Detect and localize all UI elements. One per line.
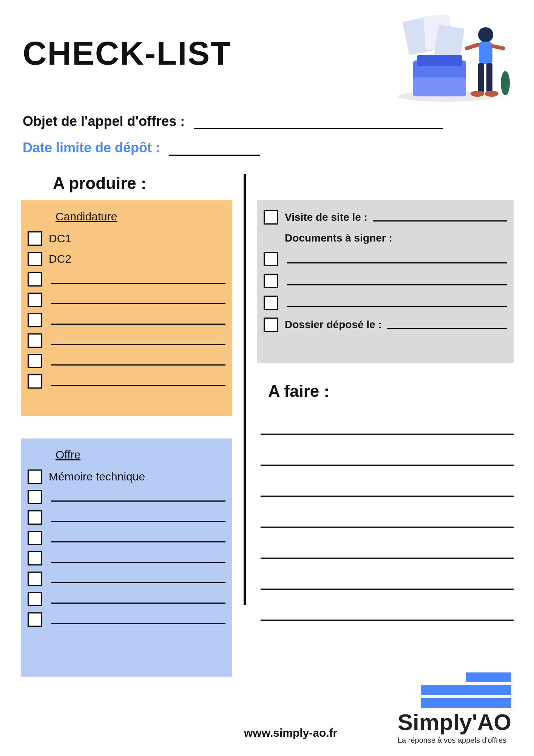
todo-line-3[interactable] [261, 513, 514, 528]
svg-rect-9 [478, 63, 484, 93]
svg-point-11 [471, 91, 484, 97]
candidature-blank-5-row [28, 374, 225, 389]
candidature-blank-1-row [28, 293, 225, 307]
offre-blank-6-checkbox[interactable] [28, 612, 42, 627]
hero-illustration [390, 15, 511, 102]
brand-logo-icon [398, 672, 511, 708]
panel-offre: Offre Mémoire technique [21, 438, 232, 677]
offre-blank-0-write-line[interactable] [51, 493, 225, 502]
offre-blank-2-write-line[interactable] [51, 533, 225, 542]
meta-row-objet: Objet de l'appel d'offres : [23, 113, 443, 129]
offre-blank-3-row [28, 551, 225, 565]
visite-date-line[interactable] [373, 213, 507, 222]
svg-rect-14 [491, 44, 505, 51]
svg-rect-8 [479, 42, 492, 64]
docs-label: Documents à signer : [285, 232, 392, 244]
offre-blank-6-write-line[interactable] [51, 615, 225, 624]
meta-block: Objet de l'appel d'offres : Date limite … [23, 113, 443, 166]
offre-blank-4-row [28, 572, 225, 586]
offre-blank-5-write-line[interactable] [51, 595, 225, 604]
docs-header-row: Documents à signer : [264, 232, 507, 244]
todo-line-5[interactable] [261, 575, 514, 590]
candidature-item-0-checkbox[interactable] [28, 231, 42, 246]
doc-sign-line-0[interactable] [287, 254, 507, 263]
candidature-blank-2-write-line[interactable] [51, 316, 225, 325]
candidature-blank-3-write-line[interactable] [51, 336, 225, 345]
meta-row-date: Date limite de dépôt : [23, 140, 443, 156]
todo-line-4[interactable] [261, 544, 514, 559]
offre-blank-1-row [28, 510, 225, 525]
doc-sign-row-0 [264, 252, 507, 266]
todo-line-1[interactable] [261, 451, 514, 466]
brand-name: Simply'AO [398, 711, 511, 734]
page-title: CHECK-LIST [23, 34, 232, 73]
todo-line-2[interactable] [261, 482, 514, 497]
offre-item-0-row: Mémoire technique [28, 469, 225, 484]
offre-blank-5-row [28, 592, 225, 606]
panel-tracking: Visite de site le : Documents à signer :… [257, 200, 514, 363]
candidature-blank-5-write-line[interactable] [51, 377, 225, 386]
depot-date-line[interactable] [387, 321, 507, 329]
section-faire: A faire : [268, 382, 329, 401]
offre-blank-1-checkbox[interactable] [28, 510, 42, 525]
offre-blank-3-write-line[interactable] [51, 554, 225, 563]
column-divider [244, 174, 246, 605]
depot-label: Dossier déposé le : [285, 319, 382, 331]
doc-sign-line-2[interactable] [287, 298, 507, 307]
offre-blank-4-write-line[interactable] [51, 574, 225, 583]
candidature-item-1-label: DC2 [49, 253, 71, 265]
svg-rect-5 [417, 55, 462, 66]
todo-line-6[interactable] [261, 606, 514, 621]
objet-input-line[interactable] [194, 118, 443, 129]
candidature-blank-0-write-line[interactable] [51, 275, 225, 284]
candidature-blank-1-write-line[interactable] [51, 295, 225, 304]
offre-blank-0-checkbox[interactable] [28, 490, 42, 504]
svg-rect-10 [486, 63, 492, 93]
candidature-blank-1-checkbox[interactable] [28, 293, 42, 307]
svg-point-15 [501, 71, 510, 95]
offre-heading: Offre [56, 448, 225, 461]
offre-blank-3-checkbox[interactable] [28, 551, 42, 565]
visite-checkbox[interactable] [264, 210, 278, 225]
candidature-item-1-row: DC2 [28, 252, 225, 266]
brand-block: Simply'AO La réponse à vos appels d'offr… [398, 672, 511, 745]
date-label: Date limite de dépôt : [23, 140, 160, 156]
visite-label: Visite de site le : [285, 211, 367, 223]
offre-item-0-label: Mémoire technique [49, 470, 145, 483]
doc-sign-line-1[interactable] [287, 276, 507, 285]
candidature-item-0-row: DC1 [28, 231, 225, 246]
offre-blank-2-row [28, 531, 225, 545]
date-input-line[interactable] [169, 144, 260, 156]
footer-url: www.simply-ao.fr [244, 727, 337, 739]
doc-sign-checkbox-0[interactable] [264, 252, 278, 266]
depot-checkbox[interactable] [264, 318, 278, 332]
candidature-blank-2-checkbox[interactable] [28, 313, 42, 327]
candidature-item-1-checkbox[interactable] [28, 252, 42, 266]
section-produire: A produire : [53, 174, 147, 193]
panel-candidature: Candidature DC1DC2 [21, 200, 232, 416]
offre-blank-5-checkbox[interactable] [28, 592, 42, 606]
offre-item-0-checkbox[interactable] [28, 469, 42, 484]
doc-sign-checkbox-2[interactable] [264, 296, 278, 310]
todo-line-0[interactable] [261, 420, 514, 435]
svg-point-7 [478, 27, 493, 42]
doc-sign-row-1 [264, 274, 507, 288]
depot-row: Dossier déposé le : [264, 318, 507, 332]
candidature-blank-4-write-line[interactable] [51, 356, 225, 366]
visite-row: Visite de site le : [264, 210, 507, 225]
candidature-blank-4-checkbox[interactable] [28, 354, 42, 368]
brand-tagline: La réponse à vos appels d'offres [398, 736, 511, 745]
candidature-blank-0-row [28, 272, 225, 287]
offre-blank-1-write-line[interactable] [51, 513, 225, 522]
candidature-blank-2-row [28, 313, 225, 327]
svg-point-12 [485, 91, 499, 97]
offre-blank-6-row [28, 612, 225, 627]
candidature-blank-0-checkbox[interactable] [28, 272, 42, 287]
offre-blank-2-checkbox[interactable] [28, 531, 42, 545]
doc-sign-checkbox-1[interactable] [264, 274, 278, 288]
candidature-blank-3-checkbox[interactable] [28, 333, 42, 348]
candidature-blank-5-checkbox[interactable] [28, 374, 42, 389]
offre-blank-4-checkbox[interactable] [28, 572, 42, 586]
offre-blank-0-row [28, 490, 225, 504]
candidature-item-0-label: DC1 [49, 232, 71, 245]
